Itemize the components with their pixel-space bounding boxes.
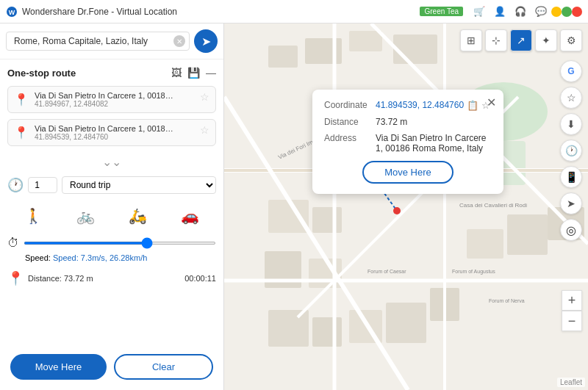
popup-address-value: Via Di San Pietro In Carcere 1, 00186 Ro… xyxy=(376,133,492,154)
repeat-count-input[interactable]: 1 xyxy=(28,177,57,193)
route-stop-1: 📍 Via Di San Pietro In Carcere 1, 00187 … xyxy=(7,86,216,113)
stop-star-2[interactable]: ☆ xyxy=(200,124,209,136)
map-background: Via dei Fori Imperiali Forum of Caesar F… xyxy=(224,24,588,390)
zoom-in-button[interactable]: + xyxy=(562,290,582,311)
svg-text:Forum of Caesar: Forum of Caesar xyxy=(368,269,406,274)
location-dot-icon: 📍 xyxy=(7,270,24,286)
clock-icon: 🕐 xyxy=(7,177,24,193)
titlebar: W Wondershare Dr.Fone - Virtual Location… xyxy=(0,0,588,24)
speed-row: ⏱ xyxy=(7,236,216,250)
stop-star-1[interactable]: ☆ xyxy=(200,91,209,103)
popup-coordinate-row: Coordinate 41.894539, 12.484760 📋 ☆ xyxy=(324,100,492,111)
stop-text-1: Via Di San Pietro In Carcere 1, 00187 Ro… xyxy=(35,91,200,108)
svg-rect-16 xyxy=(386,303,426,343)
zoom-controls: + − xyxy=(562,290,582,331)
move-here-button[interactable]: Move Here xyxy=(10,354,107,380)
svg-rect-19 xyxy=(507,214,548,255)
transport-walk-button[interactable]: 🚶 xyxy=(20,206,47,226)
map-toolbar: ⊞ ⊹ ↗ ✦ ⚙ xyxy=(460,29,582,51)
favorite-button[interactable]: ☆ xyxy=(560,87,582,109)
route-title: One-stop route xyxy=(7,68,76,79)
transport-bike-button[interactable]: 🚲 xyxy=(72,206,99,226)
info-popup: ✕ Coordinate 41.894539, 12.484760 📋 ☆ Di… xyxy=(312,90,503,194)
svg-point-37 xyxy=(393,207,401,214)
svg-text:Forum of Augustus: Forum of Augustus xyxy=(452,269,495,275)
search-input[interactable]: Rome, Roma Capitale, Lazio, Italy xyxy=(6,32,190,51)
taskbar-icon-user[interactable]: 👤 xyxy=(490,6,510,17)
device-button[interactable]: 📱 xyxy=(560,166,582,188)
close-button[interactable] xyxy=(572,7,582,17)
route-stop-2: 📍 Via Di San Pietro In Carcere 1, 00186.… xyxy=(7,119,216,146)
distance-text: Distance: 73.72 m xyxy=(28,274,93,283)
route-image-icon[interactable]: 🖼 xyxy=(171,67,182,79)
transport-row: 🚶 🚲 🛵 🚗 xyxy=(7,203,216,229)
map-tool-settings-button[interactable]: ⚙ xyxy=(560,29,582,51)
stop-pin-icon-2: 📍 xyxy=(14,126,29,140)
popup-move-here-button[interactable]: Move Here xyxy=(362,161,453,184)
controls-row: 🕐 1 Round trip One way xyxy=(7,176,216,194)
svg-rect-9 xyxy=(268,200,309,233)
route-header: One-stop route 🖼 💾 — xyxy=(7,67,216,79)
speedometer-icon: ⏱ xyxy=(7,236,19,250)
copy-coords-button[interactable]: 📋 xyxy=(467,100,478,111)
main-layout: Rome, Roma Capitale, Lazio, Italy ✕ ➤ On… xyxy=(0,24,588,390)
popup-distance-row: Distance 73.72 m xyxy=(324,117,492,127)
search-clear-button[interactable]: ✕ xyxy=(173,35,185,47)
popup-distance-value: 73.72 m xyxy=(376,117,492,127)
collapse-arrow[interactable]: ⌄⌄ xyxy=(7,155,216,169)
search-go-button[interactable]: ➤ xyxy=(194,29,218,53)
svg-text:Casa dei Cavalieri di Rodi: Casa dei Cavalieri di Rodi xyxy=(459,202,527,209)
speed-slider[interactable] xyxy=(24,242,216,245)
sidebar: Rome, Roma Capitale, Lazio, Italy ✕ ➤ On… xyxy=(0,24,224,390)
transport-moped-button[interactable]: 🛵 xyxy=(124,206,151,226)
route-minimize-icon[interactable]: — xyxy=(206,67,216,79)
stop-text-2: Via Di San Pietro In Carcere 1, 00186...… xyxy=(35,124,200,141)
clear-button[interactable]: Clear xyxy=(114,354,213,380)
search-wrapper: Rome, Roma Capitale, Lazio, Italy ✕ xyxy=(6,32,190,51)
maximize-button[interactable] xyxy=(562,7,572,17)
popup-close-button[interactable]: ✕ xyxy=(487,95,496,109)
stop-coords-2: 41.894539, 12.484760 xyxy=(35,133,200,141)
coordinate-label: Coordinate xyxy=(324,100,376,111)
download-button[interactable]: ⬇ xyxy=(560,113,582,135)
svg-text:W: W xyxy=(9,8,15,15)
speed-text: Speed: Speed: 7.3m/s, 26.28km/h xyxy=(25,253,147,262)
distance-label: Distance xyxy=(324,117,376,127)
taskbar-icon-cart[interactable]: 🛒 xyxy=(469,6,490,17)
taskbar-icon-headset[interactable]: 🎧 xyxy=(510,6,531,17)
svg-rect-7 xyxy=(349,31,382,51)
time-display: 00:00:11 xyxy=(184,274,216,283)
map-tool-grid-button[interactable]: ⊞ xyxy=(460,29,482,51)
action-buttons: Move Here Clear xyxy=(7,348,216,383)
app-title: Wondershare Dr.Fone - Virtual Location xyxy=(22,7,420,17)
svg-rect-18 xyxy=(467,229,503,259)
svg-text:Forum of Nerva: Forum of Nerva xyxy=(489,298,525,303)
svg-rect-5 xyxy=(268,46,298,68)
svg-rect-13 xyxy=(268,310,309,347)
right-icons-bar: G ☆ ⬇ 🕐 📱 ➤ ◎ xyxy=(560,60,582,241)
minimize-button[interactable] xyxy=(551,7,562,17)
map-tool-nodes-button[interactable]: ⊹ xyxy=(485,29,507,51)
target-button[interactable]: ◎ xyxy=(560,219,582,241)
history-button[interactable]: 🕐 xyxy=(560,140,582,162)
search-bar: Rome, Roma Capitale, Lazio, Italy ✕ ➤ xyxy=(0,24,223,59)
transport-car-button[interactable]: 🚗 xyxy=(176,206,204,226)
taskbar-icon-chat[interactable]: 💬 xyxy=(531,6,551,17)
map-area[interactable]: Via dei Fori Imperiali Forum of Caesar F… xyxy=(224,24,588,390)
map-tool-path-button[interactable]: ✦ xyxy=(535,29,557,51)
stop-pin-icon-1: 📍 xyxy=(14,93,29,106)
zoom-out-button[interactable]: − xyxy=(562,311,582,331)
google-maps-button[interactable]: G xyxy=(560,60,582,82)
stop-name-2: Via Di San Pietro In Carcere 1, 00186... xyxy=(35,124,174,133)
distance-row: 📍 Distance: 73.72 m 00:00:11 xyxy=(7,270,216,286)
navigate-button[interactable]: ➤ xyxy=(560,192,582,214)
trip-type-select[interactable]: Round trip One way xyxy=(62,176,216,194)
map-tool-route-button[interactable]: ↗ xyxy=(510,29,532,51)
stop-name-1: Via Di San Pietro In Carcere 1, 00187 Ro… xyxy=(35,91,174,100)
coordinate-text: 41.894539, 12.484760 xyxy=(376,100,464,110)
route-save-icon[interactable]: 💾 xyxy=(187,67,200,79)
route-header-icons: 🖼 💾 — xyxy=(171,67,216,79)
stop-coords-1: 41.894967, 12.484082 xyxy=(35,100,200,108)
version-tag: Green Tea xyxy=(420,7,463,16)
speed-value: Speed: 7.3m/s, 26.28km/h xyxy=(53,253,147,262)
